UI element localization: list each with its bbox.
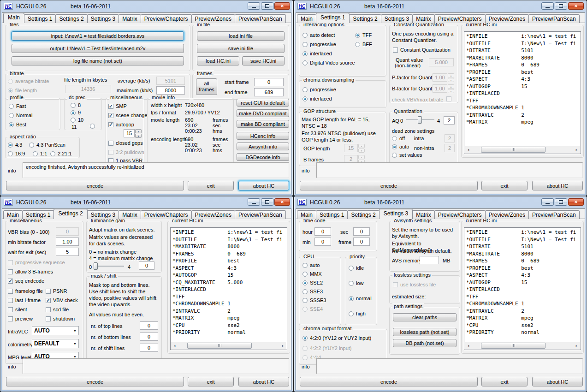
encode-button[interactable]: encode <box>300 377 478 386</box>
radio-deadzone-off[interactable]: off <box>392 136 405 141</box>
file-length-kbytes-input[interactable] <box>65 85 111 93</box>
sec-input[interactable] <box>353 227 370 236</box>
tab-main[interactable]: Main <box>297 210 316 219</box>
scroll-left-icon[interactable]: ◄ <box>171 344 178 347</box>
aq-slider-thumb[interactable] <box>418 116 422 124</box>
check-32-pulldown[interactable]: 3:2 pulldown <box>108 149 144 155</box>
scroll-right-icon[interactable]: ► <box>573 148 580 151</box>
radio-cpu-sse4[interactable]: SSE4 <box>302 306 323 312</box>
scrollbar-thumb[interactable] <box>481 147 545 153</box>
scrollbar-track[interactable] <box>472 146 573 153</box>
hour-input[interactable] <box>314 227 331 236</box>
tab-settings-2[interactable]: Settings 2 <box>55 14 87 23</box>
gop-length-spinner[interactable]: ▲▼ <box>358 144 365 153</box>
min-bitrate-factor-input[interactable] <box>56 238 79 246</box>
radio-dcprec-10[interactable]: 10 <box>71 117 83 123</box>
tab-preview-panscan[interactable]: Preview/PanScan <box>528 14 580 23</box>
tab-settings-3[interactable]: Settings 3 <box>381 14 413 23</box>
radio-priority-idle[interactable]: idle <box>349 265 364 271</box>
check-scd-file[interactable]: scd file <box>46 307 69 312</box>
tab-settings-1[interactable]: Settings 1 <box>316 210 348 219</box>
radio-profile-fast[interactable]: Fast <box>9 103 26 109</box>
check-closed-gops[interactable]: closed gops <box>108 140 143 146</box>
tab-settings-2[interactable]: Settings 2 <box>347 210 379 219</box>
db-path-button[interactable]: DB path (not set) <box>393 339 457 347</box>
about-hc-button[interactable]: about HC <box>532 377 583 386</box>
spin-up-icon[interactable]: ▲ <box>358 144 365 148</box>
tab-settings-3[interactable]: Settings 3 <box>87 14 119 23</box>
tab-main[interactable]: Main <box>3 210 23 219</box>
check-vbv-max-bitrate[interactable] <box>446 96 451 101</box>
tab-settings-1[interactable]: Settings 1 <box>22 210 54 219</box>
reset-gui-button[interactable]: reset GUI to default <box>237 99 289 107</box>
maximize-button[interactable] <box>261 2 273 10</box>
vbr-bias-input[interactable] <box>56 227 79 236</box>
radio-file-length[interactable]: file length <box>8 88 37 93</box>
tab-preview-chapters[interactable]: Preview/Chapters <box>434 210 486 219</box>
load-hcini-button[interactable]: load HC.ini <box>197 56 239 65</box>
spin-up-icon[interactable]: ▲ <box>358 155 365 159</box>
tab-matrix[interactable]: Matrix <box>119 210 141 219</box>
tab-settings-3[interactable]: Settings 3 <box>87 210 119 219</box>
check-vbv-check[interactable]: VBV check <box>46 297 78 303</box>
hcini-listbox[interactable]: *INFILE i:\new\1 = test fi *OUTFILE I:\N… <box>464 227 581 350</box>
tab-matrix[interactable]: Matrix <box>412 14 435 23</box>
quant-value-input[interactable] <box>429 58 454 66</box>
radio-chroma-422[interactable]: 4:2:2 (YUY2 input) <box>302 345 352 351</box>
check-preview[interactable]: preview <box>8 316 33 321</box>
colorimetry-dropdown[interactable]: DEFAULT▼ <box>32 339 79 348</box>
titlebar[interactable]: HC HCGUI 0.26 beta 16-06-2011 ✕ <box>0 0 293 12</box>
check-psnr[interactable]: PSNR <box>46 288 67 294</box>
radio-progressive[interactable]: progressive <box>302 42 336 47</box>
close-button[interactable]: ✕ <box>568 198 584 206</box>
minimize-button[interactable] <box>541 198 554 206</box>
radio-chroma-420[interactable]: 4:2:0 (YV12 or YUY2 input) <box>302 335 371 341</box>
average-kbs-input[interactable] <box>156 77 185 85</box>
radio-deadzone-auto[interactable]: auto <box>392 144 409 149</box>
radio-aspect-11[interactable]: 1:1 <box>33 151 47 156</box>
radio-interlaced[interactable]: interlaced <box>302 51 332 56</box>
wait-for-exit-input[interactable] <box>56 248 79 256</box>
tab-preview-zones[interactable]: Preview/Zones <box>191 210 235 219</box>
save-ini-file-button[interactable]: save ini file <box>197 44 285 53</box>
radio-profile-best[interactable]: Best <box>9 122 26 127</box>
titlebar[interactable]: HC HCGUI 0.26 beta 16-06-2011 ✕ <box>294 196 587 208</box>
scrollbar-track[interactable] <box>178 342 279 349</box>
encode-button[interactable]: encode <box>6 377 184 386</box>
radio-dcprec-11[interactable] <box>90 124 95 129</box>
aq-slider[interactable] <box>406 116 434 124</box>
bottom-lines-input[interactable] <box>140 333 158 341</box>
input-file-button[interactable]: input: i:\new\1 = test files\add borders… <box>12 31 184 41</box>
tab-matrix[interactable]: Matrix <box>119 14 141 23</box>
p-factor-input[interactable] <box>433 73 447 82</box>
horizontal-scrollbar[interactable]: ◄ ► <box>465 146 580 153</box>
spin-down-icon[interactable]: ▼ <box>448 78 454 82</box>
tab-preview-panscan[interactable]: Preview/PanScan <box>528 210 580 219</box>
radio-profile-normal[interactable]: Normal <box>9 113 32 118</box>
start-frame-input[interactable] <box>254 78 284 86</box>
scrollbar-thumb[interactable] <box>481 343 545 349</box>
luminance-value-input[interactable] <box>139 261 154 270</box>
intra-input[interactable] <box>445 134 455 143</box>
radio-cpu-sse2[interactable]: SSE2 <box>302 280 323 285</box>
avs-memory-input[interactable] <box>420 256 439 264</box>
hcenc-info-button[interactable]: HCenc info <box>237 132 289 140</box>
radio-cpu-auto[interactable]: auto <box>302 262 320 268</box>
check-autogop[interactable]: autogop <box>108 122 134 127</box>
close-button[interactable]: ✕ <box>568 2 584 10</box>
log-file-button[interactable]: log file name (not set) <box>12 56 184 65</box>
tab-settings-3[interactable]: Settings 3 <box>379 209 413 219</box>
frame-input[interactable] <box>353 238 370 246</box>
tab-settings-1[interactable]: Settings 1 <box>24 14 56 23</box>
radio-aspect-169[interactable]: 16:9 <box>8 151 25 156</box>
minimize-button[interactable] <box>248 198 260 206</box>
non-intra-input[interactable] <box>445 144 455 152</box>
close-button[interactable]: ✕ <box>274 198 290 206</box>
min-input[interactable] <box>314 238 331 246</box>
avisynth-info-button[interactable]: Avisynth info <box>237 143 289 150</box>
exit-button[interactable]: exit <box>481 181 528 190</box>
radio-priority-normal[interactable]: normal <box>349 296 372 301</box>
shift-lines-input[interactable] <box>140 344 158 352</box>
luminance-slider[interactable] <box>94 262 124 270</box>
autogop-spinner[interactable]: ▲▼ <box>135 129 142 138</box>
